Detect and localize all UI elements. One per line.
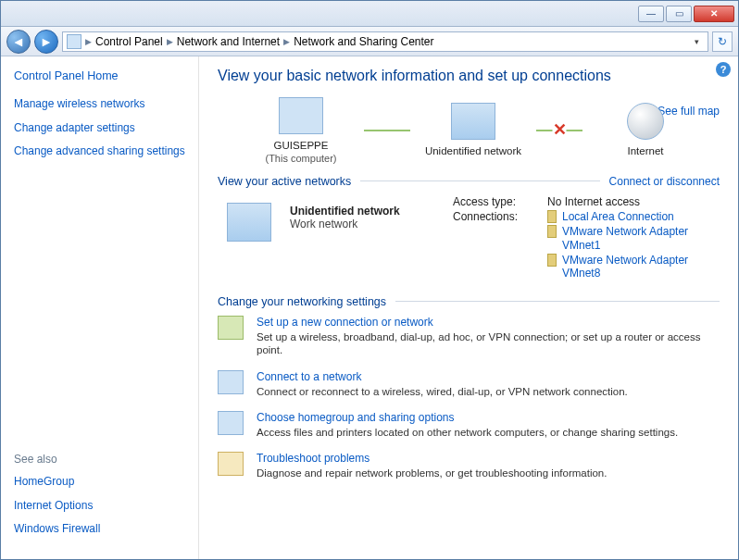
forward-button[interactable]: ► (34, 30, 58, 54)
back-button[interactable]: ◄ (6, 30, 31, 54)
task-setup-connection[interactable]: Set up a new connection or network Set u… (218, 316, 720, 357)
content-pane: ? View your basic network information an… (199, 56, 738, 559)
breadcrumb-item[interactable]: Network and Sharing Center (294, 35, 433, 48)
task-link[interactable]: Choose homegroup and sharing options (257, 411, 454, 424)
see-also-header: See also (14, 453, 185, 466)
globe-icon (627, 103, 664, 140)
control-panel-home-link[interactable]: Control Panel Home (14, 69, 185, 82)
setup-connection-icon (218, 316, 244, 340)
see-also-homegroup[interactable]: HomeGroup (14, 475, 185, 490)
see-also-internet-options[interactable]: Internet Options (14, 499, 185, 514)
sidebar-link-change-advanced-sharing[interactable]: Change advanced sharing settings (14, 144, 185, 159)
connection-link-local-area[interactable]: Local Area Connection (547, 210, 720, 223)
refresh-button[interactable]: ↻ (712, 31, 733, 52)
sidebar: Control Panel Home Manage wireless netwo… (1, 56, 199, 559)
connect-disconnect-link[interactable]: Connect or disconnect (609, 175, 720, 188)
connect-network-icon (218, 370, 244, 394)
connection-link-vmnet1[interactable]: VMware Network Adapter VMnet1 (547, 225, 720, 252)
network-large-icon (227, 203, 271, 242)
plug-icon (547, 254, 557, 267)
maximize-button[interactable]: ▭ (666, 6, 692, 22)
active-networks-header: View your active networks (218, 175, 351, 188)
map-link-good (364, 130, 410, 131)
minimize-button[interactable]: — (638, 6, 664, 22)
change-settings-header: Change your networking settings (218, 295, 386, 308)
task-link[interactable]: Troubleshoot problems (257, 452, 370, 465)
close-button[interactable]: ✕ (694, 6, 734, 22)
see-full-map-link[interactable]: See full map (658, 105, 720, 118)
task-link[interactable]: Connect to a network (257, 370, 361, 383)
breadcrumb-item[interactable]: Network and Internet▶ (177, 35, 290, 48)
map-link-broken (536, 130, 582, 131)
window-titlebar: — ▭ ✕ (1, 1, 738, 27)
sidebar-link-manage-wireless[interactable]: Manage wireless networks (14, 97, 185, 112)
active-network-row: Unidentified network Work network Access… (218, 195, 720, 284)
chevron-right-icon: ▶ (85, 37, 92, 46)
map-node-network[interactable]: Unidentified network (418, 103, 529, 158)
homegroup-icon (218, 411, 244, 435)
breadcrumb-box[interactable]: ▶ Control Panel▶ Network and Internet▶ N… (62, 31, 708, 52)
active-network-type[interactable]: Work network (290, 218, 400, 230)
task-homegroup[interactable]: Choose homegroup and sharing options Acc… (218, 411, 720, 439)
network-icon (451, 103, 495, 140)
sidebar-link-change-adapter[interactable]: Change adapter settings (14, 121, 185, 136)
plug-icon (547, 225, 557, 238)
help-icon[interactable]: ? (716, 62, 731, 77)
plug-icon (547, 210, 557, 223)
task-troubleshoot[interactable]: Troubleshoot problems Diagnose and repai… (218, 452, 720, 479)
access-type-label: Access type: (453, 195, 536, 208)
troubleshoot-icon (218, 452, 244, 476)
connections-label: Connections: (453, 210, 536, 282)
breadcrumb-item[interactable]: Control Panel▶ (95, 35, 173, 48)
address-bar: ◄ ► ▶ Control Panel▶ Network and Interne… (1, 27, 738, 56)
active-network-name: Unidentified network (290, 205, 400, 218)
network-sharing-icon (67, 34, 81, 49)
address-dropdown[interactable]: ▾ (689, 37, 704, 46)
connection-link-vmnet8[interactable]: VMware Network Adapter VMnet8 (547, 254, 720, 280)
task-link[interactable]: Set up a new connection or network (257, 316, 433, 329)
task-connect-network[interactable]: Connect to a network Connect or reconnec… (218, 370, 720, 398)
computer-icon (279, 97, 323, 134)
map-node-this-computer[interactable]: GUISEPPE (This computer) (245, 97, 357, 164)
page-title: View your basic network information and … (218, 68, 720, 84)
network-map: GUISEPPE (This computer) Unidentified ne… (245, 97, 720, 164)
access-type-value: No Internet access (547, 195, 640, 208)
see-also-windows-firewall[interactable]: Windows Firewall (14, 522, 185, 537)
